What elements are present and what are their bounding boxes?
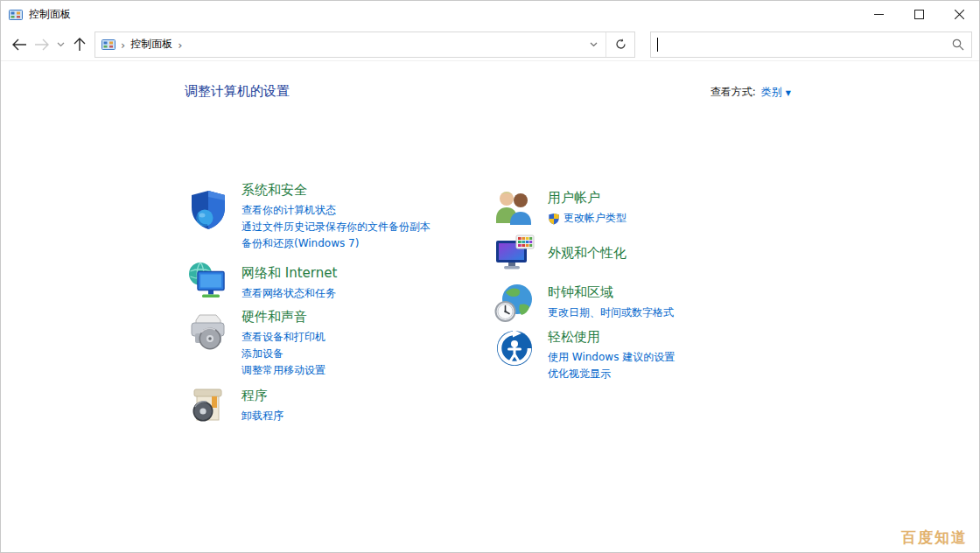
ease-of-access-icon	[494, 327, 536, 369]
task-link-network-status[interactable]: 查看网络状态和任务	[242, 285, 337, 302]
breadcrumb-control-panel[interactable]: 控制面板	[130, 37, 172, 52]
back-button[interactable]	[8, 32, 31, 58]
task-link-change-date-time[interactable]: 更改日期、时间或数字格式	[548, 304, 674, 321]
security-shield-icon	[187, 189, 229, 231]
task-link-change-account-type[interactable]: 更改帐户类型	[548, 210, 626, 227]
category-title-user-accounts[interactable]: 用户帐户	[548, 190, 626, 206]
search-box[interactable]	[650, 32, 972, 58]
forward-arrow-icon	[34, 38, 50, 51]
category-title-network-internet[interactable]: 网络和 Internet	[242, 265, 337, 282]
task-link-mobility-settings[interactable]: 调整常用移动设置	[242, 362, 326, 379]
refresh-button[interactable]	[606, 32, 634, 57]
category-title-programs[interactable]: 程序	[242, 388, 284, 404]
category-appearance-personalization: 外观和个性化	[494, 233, 626, 275]
category-ease-of-access: 轻松使用 使用 Windows 建议的设置 优化视觉显示	[494, 327, 675, 382]
category-user-accounts: 用户帐户 更改帐户类型	[494, 187, 626, 229]
chevron-down-icon	[57, 42, 65, 47]
printer-disc-icon	[187, 312, 229, 354]
up-arrow-icon	[74, 38, 86, 52]
task-link-file-history[interactable]: 通过文件历史记录保存你的文件备份副本	[242, 219, 430, 235]
page-title: 调整计算机的设置	[185, 83, 290, 100]
minimize-button[interactable]	[858, 1, 899, 28]
back-arrow-icon	[11, 38, 27, 51]
control-panel-window: 控制面板	[0, 0, 980, 553]
monitor-palette-icon	[494, 233, 536, 275]
task-link-suggested-settings[interactable]: 使用 Windows 建议的设置	[548, 349, 675, 366]
view-by-label: 查看方式:	[710, 85, 756, 100]
address-dropdown-button[interactable]	[581, 32, 606, 57]
uac-shield-icon	[548, 213, 560, 225]
task-link-devices-printers[interactable]: 查看设备和打印机	[242, 329, 326, 346]
task-link-backup-restore[interactable]: 备份和还原(Windows 7)	[242, 235, 430, 252]
address-bar[interactable]: › 控制面板 ›	[94, 32, 635, 58]
program-box-cd-icon	[187, 385, 229, 427]
close-icon	[955, 10, 964, 19]
category-title-system-security[interactable]: 系统和安全	[242, 182, 430, 199]
task-link-label: 更改帐户类型	[564, 210, 626, 227]
search-input[interactable]	[658, 33, 945, 56]
category-programs: 程序 卸载程序	[187, 385, 284, 427]
forward-button[interactable]	[31, 32, 53, 58]
category-hardware-sound: 硬件和声音 查看设备和打印机 添加设备 调整常用移动设置	[187, 309, 326, 379]
task-link-uninstall-program[interactable]: 卸载程序	[242, 408, 284, 424]
window-title: 控制面板	[29, 7, 71, 22]
navigation-toolbar: › 控制面板 ›	[1, 28, 979, 61]
recent-pages-dropdown[interactable]	[53, 32, 68, 58]
breadcrumb-chevron-icon: ›	[121, 38, 125, 51]
control-panel-icon	[9, 8, 23, 22]
baidu-zhidao-watermark: 百度知道	[901, 528, 968, 548]
control-panel-icon	[102, 38, 116, 52]
title-bar: 控制面板	[1, 1, 979, 28]
maximize-button[interactable]	[899, 1, 939, 28]
task-link-optimize-visual-display[interactable]: 优化视觉显示	[548, 366, 675, 382]
control-panel-home: 调整计算机的设置 查看方式: 类别 ▼ 系统和安全 查看你的计算机状态 通过文件…	[1, 61, 979, 552]
globe-clock-icon	[494, 282, 536, 324]
task-link-add-device[interactable]: 添加设备	[242, 346, 326, 362]
view-by-value: 类别	[761, 85, 782, 100]
category-title-appearance-personalization[interactable]: 外观和个性化	[548, 245, 626, 262]
up-button[interactable]	[68, 32, 91, 58]
two-users-icon	[494, 187, 536, 229]
category-system-security: 系统和安全 查看你的计算机状态 通过文件历史记录保存你的文件备份副本 备份和还原…	[187, 182, 430, 252]
category-title-clock-region[interactable]: 时钟和区域	[548, 284, 674, 301]
breadcrumb-chevron-icon[interactable]: ›	[178, 38, 182, 51]
chevron-down-icon	[590, 42, 598, 47]
search-icon[interactable]	[952, 38, 964, 51]
category-title-ease-of-access[interactable]: 轻松使用	[548, 329, 675, 346]
view-by-control: 查看方式: 类别 ▼	[710, 85, 791, 100]
task-link-security-status[interactable]: 查看你的计算机状态	[242, 202, 430, 219]
category-title-hardware-sound[interactable]: 硬件和声音	[242, 309, 326, 326]
minimize-icon	[874, 10, 884, 19]
network-globe-monitor-icon	[187, 261, 229, 303]
view-by-dropdown[interactable]: 类别 ▼	[761, 85, 791, 100]
category-network-internet: 网络和 Internet 查看网络状态和任务	[187, 261, 337, 303]
chevron-down-icon: ▼	[786, 88, 791, 97]
close-button[interactable]	[939, 1, 979, 28]
maximize-icon	[914, 10, 924, 19]
refresh-icon	[615, 38, 626, 50]
category-clock-region: 时钟和区域 更改日期、时间或数字格式	[494, 282, 674, 324]
